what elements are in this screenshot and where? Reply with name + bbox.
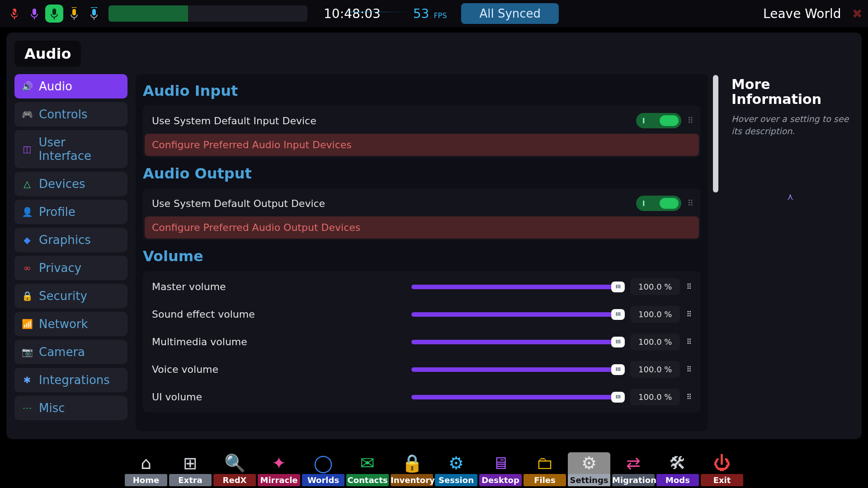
dock-label: Files bbox=[524, 474, 566, 486]
settings-icon: ⚙ bbox=[576, 452, 602, 474]
info-hint: Hover over a setting to see its descript… bbox=[731, 113, 849, 137]
sidebar-item-label: Audio bbox=[39, 80, 72, 93]
desktop-icon: 🖥 bbox=[488, 452, 513, 474]
dock-label: Extra bbox=[169, 474, 212, 486]
slider-thumb[interactable]: III bbox=[611, 392, 625, 403]
redx-icon: 🔍 bbox=[222, 452, 247, 474]
slider-value[interactable]: 100.0 % bbox=[630, 389, 680, 405]
svg-rect-5 bbox=[52, 9, 56, 15]
content-wrap: Audio Input Use System Default Input Dev… bbox=[136, 74, 719, 431]
scrollbar-thumb[interactable] bbox=[713, 75, 718, 192]
sidebar-item-label: Graphics bbox=[39, 233, 91, 247]
dock-item-mods[interactable]: 🛠Mods bbox=[656, 452, 699, 486]
drag-handle-icon[interactable]: ⠿ bbox=[686, 310, 692, 319]
drag-handle-icon[interactable]: ⠿ bbox=[686, 338, 692, 346]
dock-item-worlds[interactable]: ◯Worlds bbox=[302, 452, 344, 486]
slider-value[interactable]: 100.0 % bbox=[630, 306, 680, 323]
volume-slider[interactable]: III bbox=[411, 312, 624, 317]
setting-label: Use System Default Output Device bbox=[152, 198, 325, 209]
sidebar-item-devices[interactable]: △Devices bbox=[14, 172, 127, 196]
svg-rect-9 bbox=[92, 9, 96, 15]
dock-item-desktop[interactable]: 🖥Desktop bbox=[479, 452, 522, 486]
drag-handle-icon[interactable]: ⠿ bbox=[686, 365, 692, 374]
dock-label: Migration bbox=[612, 474, 655, 486]
info-title: More Information bbox=[731, 77, 849, 107]
content-scrollbar[interactable] bbox=[712, 74, 719, 431]
info-panel: More Information Hover over a setting to… bbox=[727, 74, 854, 431]
slider-thumb[interactable]: III bbox=[611, 337, 625, 347]
section-audio-output-title: Audio Output bbox=[143, 165, 701, 182]
slider-thumb[interactable]: III bbox=[611, 282, 625, 292]
sidebar-item-network[interactable]: 📶Network bbox=[14, 312, 127, 336]
dock-item-contacts[interactable]: ✉Contacts bbox=[346, 452, 389, 486]
close-icon[interactable]: ✖ bbox=[852, 6, 863, 21]
top-bar: 10:48:03 53 FPS All Synced Leave World ✖ bbox=[0, 0, 868, 27]
slider-value[interactable]: 100.0 % bbox=[630, 333, 680, 350]
dock-item-home[interactable]: ⌂Home bbox=[125, 452, 167, 486]
dock-label: Session bbox=[435, 474, 477, 486]
dock-item-session[interactable]: ⚙Session bbox=[435, 452, 477, 486]
slider-value[interactable]: 100.0 % bbox=[630, 361, 680, 378]
sidebar-item-camera[interactable]: 📷Camera bbox=[14, 340, 127, 364]
setting-default-input: Use System Default Input Device I ⠿ bbox=[145, 108, 699, 134]
audio-icon: 🔊 bbox=[22, 81, 33, 92]
drag-handle-icon[interactable]: ⠿ bbox=[686, 393, 692, 401]
fps-value: 53 bbox=[413, 6, 429, 21]
window-title: Audio bbox=[14, 41, 81, 67]
configure-output-devices[interactable]: Configure Preferred Audio Output Devices bbox=[145, 216, 699, 239]
volume-slider[interactable]: III bbox=[411, 367, 624, 372]
sidebar-item-misc[interactable]: ⋯Misc bbox=[14, 396, 127, 420]
dock-item-mirracle[interactable]: ✦Mirracle bbox=[258, 452, 300, 486]
sidebar-item-audio[interactable]: 🔊Audio bbox=[14, 74, 127, 99]
dock-label: Desktop bbox=[479, 474, 522, 486]
drag-handle-icon[interactable]: ⠿ bbox=[686, 282, 692, 291]
slider-thumb[interactable]: III bbox=[611, 309, 625, 320]
configure-input-devices[interactable]: Configure Preferred Audio Input Devices bbox=[145, 134, 699, 156]
sidebar-item-ui[interactable]: ◫User Interface bbox=[14, 130, 127, 168]
slider-label: Voice volume bbox=[152, 364, 405, 375]
drag-handle-icon[interactable]: ⠿ bbox=[688, 202, 692, 205]
volume-slider[interactable]: III bbox=[411, 395, 624, 399]
dock-label: Home bbox=[125, 474, 167, 486]
mic-purple-icon[interactable] bbox=[25, 5, 43, 23]
profile-icon: 👤 bbox=[22, 206, 33, 217]
extra-icon: ⊞ bbox=[178, 452, 203, 474]
toggle-default-output[interactable]: I bbox=[636, 196, 681, 211]
slider-value[interactable]: 100.0 % bbox=[630, 278, 680, 295]
section-audio-input: Use System Default Input Device I ⠿ Conf… bbox=[143, 106, 701, 158]
volume-slider[interactable]: III bbox=[411, 285, 624, 289]
dock-item-exit[interactable]: ⏻Exit bbox=[701, 452, 743, 486]
leave-world-button[interactable]: Leave World bbox=[763, 6, 841, 21]
dock-item-migration[interactable]: ⇄Migration bbox=[612, 452, 655, 486]
volume-slider-row: Master volumeIII100.0 %⠿ bbox=[145, 273, 699, 300]
drag-handle-icon[interactable]: ⠿ bbox=[688, 119, 692, 122]
sidebar-item-controls[interactable]: 🎮Controls bbox=[14, 102, 127, 127]
sidebar-item-label: Misc bbox=[39, 401, 65, 415]
volume-slider[interactable]: III bbox=[411, 340, 624, 344]
mic-muted-icon[interactable] bbox=[5, 5, 24, 23]
slider-thumb[interactable]: III bbox=[611, 364, 625, 375]
dock-label: Settings bbox=[568, 474, 610, 486]
dock-label: Exit bbox=[701, 474, 743, 486]
devices-icon: △ bbox=[22, 178, 33, 189]
dock-label: Mods bbox=[656, 474, 699, 486]
slider-label: UI volume bbox=[152, 391, 405, 403]
toggle-default-input[interactable]: I bbox=[636, 113, 681, 128]
sidebar-item-profile[interactable]: 👤Profile bbox=[14, 200, 127, 224]
sidebar-item-integrations[interactable]: ✱Integrations bbox=[14, 368, 127, 392]
mic-yellow-icon[interactable] bbox=[65, 5, 83, 23]
sidebar-item-security[interactable]: 🔒Security bbox=[14, 284, 127, 308]
dock-item-settings[interactable]: ⚙Settings bbox=[568, 452, 610, 486]
sync-status[interactable]: All Synced bbox=[461, 3, 559, 24]
dock-item-extra[interactable]: ⊞Extra bbox=[169, 452, 212, 486]
decorative-icon: ⋏ bbox=[731, 191, 849, 202]
dock-item-files[interactable]: 🗀Files bbox=[524, 452, 566, 486]
mic-blue-icon[interactable] bbox=[85, 5, 103, 23]
migration-icon: ⇄ bbox=[621, 452, 646, 474]
mic-active-icon[interactable] bbox=[45, 5, 63, 23]
dock-item-inventory[interactable]: 🔒Inventory bbox=[391, 452, 433, 486]
dock-label: Inventory bbox=[391, 474, 433, 486]
sidebar-item-privacy[interactable]: ∞Privacy bbox=[14, 256, 127, 280]
dock-item-redx[interactable]: 🔍RedX bbox=[213, 452, 256, 486]
sidebar-item-graphics[interactable]: ◆Graphics bbox=[14, 228, 127, 252]
